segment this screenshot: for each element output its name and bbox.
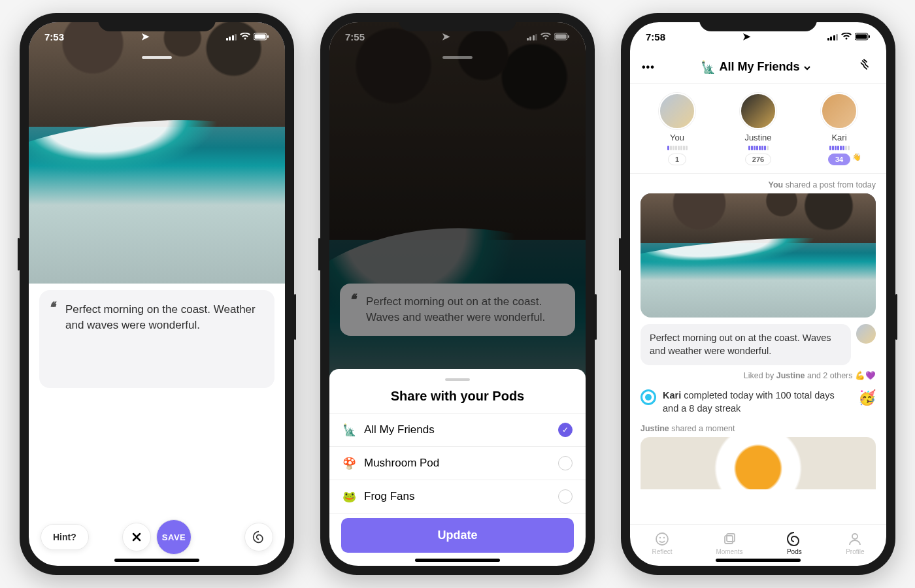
svg-rect-2: [267, 35, 269, 38]
radio-indicator: ✓: [558, 423, 573, 437]
signal-icon: [827, 33, 839, 41]
tab-profile[interactable]: Profile: [846, 531, 864, 555]
svg-point-11: [663, 537, 665, 538]
friend-item[interactable]: You 1: [659, 93, 695, 165]
chevron-down-icon: [803, 60, 811, 74]
streak-bar: [748, 146, 769, 150]
tab-pods[interactable]: Pods: [786, 531, 802, 555]
battery-icon: [254, 31, 269, 42]
wifi-icon: [240, 31, 250, 42]
tab-reflect[interactable]: Reflect: [652, 531, 672, 555]
friend-name: Kari: [831, 133, 846, 142]
hint-button[interactable]: Hint?: [41, 524, 89, 550]
friend-item[interactable]: Justine 276: [740, 93, 776, 165]
battery-icon: [554, 31, 570, 42]
celebrate-icon: 🥳: [858, 389, 876, 406]
status-time: 7:53: [44, 31, 64, 42]
svg-rect-1: [255, 34, 266, 39]
pod-header: ••• 🗽 All My Friends: [630, 51, 886, 84]
svg-point-10: [659, 537, 661, 538]
activity-item: Kari completed today with 100 total days…: [640, 389, 876, 415]
avatar: [659, 93, 695, 129]
location-icon: ➤: [141, 31, 150, 42]
notch: [699, 13, 817, 31]
moments-icon: [722, 531, 737, 547]
pod-emoji: 🗽: [701, 60, 715, 74]
post-caption: Perfect morning out on at the coast. Wav…: [640, 324, 851, 365]
moment-meta: Justine shared a moment: [640, 424, 876, 433]
home-indicator[interactable]: [114, 559, 199, 562]
caption-text: Perfect morning on the coast. Weather an…: [65, 303, 256, 331]
friend-name: You: [670, 133, 684, 142]
svg-rect-12: [725, 536, 733, 544]
update-button[interactable]: Update: [341, 518, 574, 553]
phone-compose: 7:53 ➤ ❛❛ Perfect morning on the coast. …: [20, 13, 294, 575]
location-icon: ➤: [742, 31, 751, 42]
profile-icon: [847, 531, 863, 547]
count-pill: 276: [745, 154, 771, 165]
phone-feed: 7:58 ➤ ••• 🗽 All My Friends You 1 Justin…: [621, 13, 895, 575]
wave-button[interactable]: [857, 57, 874, 77]
caption-input[interactable]: ❛❛ Perfect morning on the coast. Weather…: [39, 290, 274, 388]
tab-label: Moments: [716, 548, 742, 555]
pod-name: All My Friends: [364, 423, 435, 436]
friend-name: Justine: [744, 133, 771, 142]
count-pill: 34 👋: [828, 154, 850, 165]
author-avatar[interactable]: [856, 324, 876, 344]
pod-emoji: 🗽: [342, 423, 356, 437]
tab-label: Profile: [846, 548, 864, 555]
svg-point-14: [852, 534, 857, 539]
status-time: 7:55: [345, 31, 365, 42]
tab-moments[interactable]: Moments: [716, 531, 742, 555]
svg-rect-8: [869, 35, 870, 38]
streak-bar: [829, 146, 850, 150]
signal-icon: [527, 33, 538, 41]
notch: [399, 13, 516, 31]
radio-indicator: [558, 489, 573, 504]
likes-summary[interactable]: Liked by Justine and 2 others 💪💜: [640, 370, 876, 380]
avatar: [740, 93, 776, 129]
pod-name: All My Friends: [719, 60, 799, 74]
pods-icon: [786, 531, 802, 547]
home-indicator[interactable]: [716, 559, 801, 562]
svg-rect-5: [568, 35, 569, 38]
drag-handle: [442, 56, 473, 59]
svg-rect-7: [856, 34, 867, 39]
quote-icon: ❛❛: [48, 298, 52, 318]
pod-emoji: 🐸: [342, 490, 356, 504]
save-button[interactable]: SAVE: [156, 519, 191, 555]
sheet-handle[interactable]: [445, 378, 470, 381]
feed[interactable]: You shared a post from today Perfect mor…: [630, 174, 886, 524]
reflect-icon: [654, 531, 670, 547]
drag-handle[interactable]: [142, 56, 172, 59]
share-sheet: Share with your Pods 🗽All My Friends✓🍄Mu…: [329, 369, 586, 566]
pod-option[interactable]: 🗽All My Friends✓: [329, 413, 586, 446]
signal-icon: [226, 33, 237, 41]
notch: [98, 13, 216, 31]
post-image: [29, 22, 285, 284]
moment-image[interactable]: [640, 437, 876, 489]
pod-name: Frog Fans: [364, 490, 414, 503]
svg-point-9: [656, 533, 668, 545]
pod-emoji: 🍄: [342, 457, 356, 470]
home-indicator[interactable]: [415, 559, 500, 562]
pod-title-dropdown[interactable]: 🗽 All My Friends: [701, 60, 811, 74]
pod-name: Mushroom Pod: [364, 457, 439, 470]
post-image[interactable]: [640, 193, 876, 318]
friends-row: You 1 Justine 276 Kari 34 👋: [630, 84, 886, 174]
sheet-title: Share with your Pods: [329, 389, 586, 404]
more-button[interactable]: •••: [642, 61, 655, 73]
wifi-icon: [841, 31, 852, 42]
post-meta: You shared a post from today: [640, 180, 876, 189]
swirl-button[interactable]: [244, 523, 273, 551]
tab-label: Pods: [787, 548, 802, 555]
radio-indicator: [558, 456, 573, 470]
pod-option[interactable]: 🍄Mushroom Pod: [329, 446, 586, 480]
completion-ring-icon: [640, 389, 656, 405]
friend-item[interactable]: Kari 34 👋: [821, 93, 857, 165]
pod-option[interactable]: 🐸Frog Fans: [329, 480, 586, 514]
count-pill: 1: [668, 154, 686, 165]
streak-bar: [667, 146, 688, 150]
close-button[interactable]: [122, 523, 151, 551]
status-time: 7:58: [646, 31, 665, 42]
